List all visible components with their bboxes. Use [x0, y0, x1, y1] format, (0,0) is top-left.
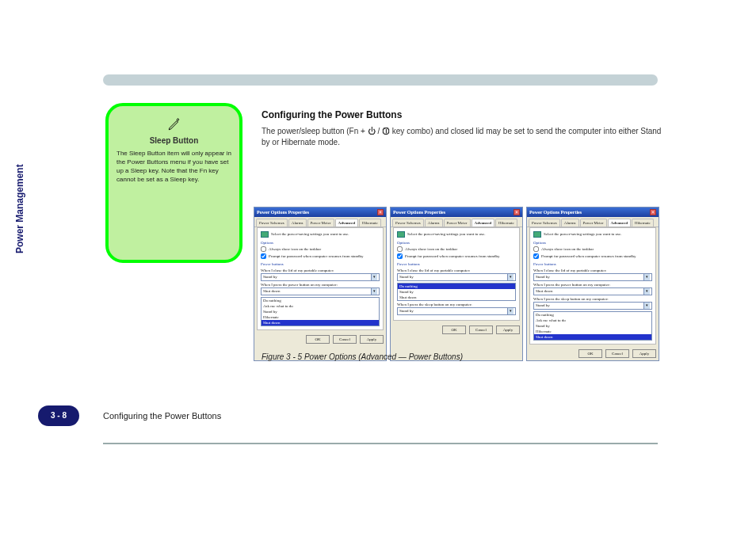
list-item[interactable]: Stand by	[534, 323, 651, 329]
apply-button[interactable]: Apply	[360, 335, 384, 344]
chk1-label: Always show icon on the taskbar	[405, 247, 457, 252]
tab-power-meter[interactable]: Power Meter	[307, 219, 334, 227]
tab-advanced[interactable]: Advanced	[608, 219, 631, 227]
callout-heading: Sleep Button	[116, 136, 231, 146]
dialog-title: Power Options Properties	[257, 210, 309, 215]
figure-caption: Figure 3 - 5 Power Options (Advanced — P…	[262, 352, 463, 362]
power-buttons-group: Power buttons	[261, 261, 380, 267]
always-show-icon-checkbox[interactable]	[533, 246, 539, 252]
tab-alarms[interactable]: Alarms	[425, 219, 443, 227]
list-item[interactable]: Hibernate	[262, 314, 379, 320]
ok-button[interactable]: OK	[306, 335, 330, 344]
cancel-button[interactable]: Cancel	[469, 326, 493, 334]
list-item[interactable]: Stand by	[398, 289, 515, 295]
list-item[interactable]: Shut down	[398, 295, 515, 300]
slp-select[interactable]: Stand by▾	[397, 307, 516, 315]
chevron-down-icon: ▾	[507, 308, 514, 314]
list-item[interactable]: Ask me what to do	[262, 303, 379, 309]
prompt-password-checkbox[interactable]	[533, 253, 539, 259]
dialog-desc: Select the power-saving settings you wan…	[271, 232, 349, 237]
power-options-dialog-1: Power Options Properties × Power Schemes…	[254, 207, 387, 361]
chk1-label: Always show icon on the taskbar	[269, 247, 321, 252]
tab-power-schemes[interactable]: Power Schemes	[392, 219, 424, 227]
tab-hibernate[interactable]: Hibernate	[359, 219, 381, 227]
battery-icon	[261, 231, 269, 238]
tab-alarms[interactable]: Alarms	[288, 219, 307, 227]
chk2-label: Prompt for password when computer resume…	[269, 254, 364, 259]
cancel-button[interactable]: Cancel	[605, 349, 629, 358]
pwr-dropdown-list[interactable]: Do nothing Ask me what to do Stand by Hi…	[261, 297, 380, 326]
tab-alarms[interactable]: Alarms	[561, 219, 579, 227]
power-buttons-group: Power buttons	[397, 261, 516, 267]
ok-button[interactable]: OK	[442, 326, 466, 334]
dialog-desc: Select the power-saving settings you wan…	[544, 232, 622, 237]
prompt-password-checkbox[interactable]	[397, 253, 403, 259]
chevron-down-icon: ▾	[643, 274, 650, 280]
tab-power-schemes[interactable]: Power Schemes	[529, 219, 560, 227]
list-item[interactable]: Stand by	[262, 309, 379, 314]
page-title: Configuring the Power Buttons	[262, 109, 666, 121]
callout-body: The Sleep Button item will only appear i…	[116, 149, 231, 184]
chk2-label: Prompt for password when computer resume…	[541, 254, 636, 259]
dialog-titlebar[interactable]: Power Options Properties ×	[391, 207, 522, 217]
tab-power-meter[interactable]: Power Meter	[444, 219, 471, 227]
slp-select[interactable]: Stand by▾	[533, 302, 652, 310]
lid-dropdown-list[interactable]: Do nothing Stand by Shut down	[397, 283, 516, 301]
dialog-row: Power Options Properties × Power Schemes…	[254, 207, 659, 361]
close-icon[interactable]: ×	[650, 209, 656, 215]
sleep-button-note: Sleep Button The Sleep Button item will …	[105, 103, 242, 263]
list-item[interactable]: Hibernate	[534, 329, 651, 334]
close-icon[interactable]: ×	[514, 209, 520, 215]
slp-dropdown-list[interactable]: Do nothing Ask me what to do Stand by Hi…	[533, 311, 652, 341]
pwr-select[interactable]: Shut down▾	[533, 287, 652, 295]
power-buttons-group: Power buttons	[533, 261, 652, 267]
cancel-button[interactable]: Cancel	[333, 335, 357, 344]
ok-button[interactable]: OK	[578, 349, 602, 358]
tab-power-meter[interactable]: Power Meter	[580, 219, 607, 227]
always-show-icon-checkbox[interactable]	[397, 246, 403, 252]
power-options-dialog-2: Power Options Properties × Power Schemes…	[390, 207, 523, 361]
chevron-down-icon: ▾	[507, 274, 514, 280]
tab-advanced[interactable]: Advanced	[472, 219, 494, 227]
always-show-icon-checkbox[interactable]	[261, 246, 266, 252]
tab-hibernate[interactable]: Hibernate	[495, 219, 517, 227]
lid-select[interactable]: Stand by▾	[261, 273, 380, 281]
tab-advanced[interactable]: Advanced	[335, 219, 358, 227]
prompt-password-checkbox[interactable]	[261, 253, 266, 259]
list-item[interactable]: Shut down	[262, 320, 379, 326]
chevron-down-icon: ▾	[643, 303, 650, 309]
list-item[interactable]: Do nothing	[534, 312, 651, 318]
pen-icon	[167, 117, 181, 131]
dialog-tabs: Power Schemes Alarms Power Meter Advance…	[391, 217, 522, 227]
lid-select[interactable]: Stand by▾	[533, 273, 652, 281]
list-item[interactable]: Do nothing	[262, 298, 379, 303]
chevron-down-icon: ▾	[371, 274, 377, 280]
chk2-label: Prompt for password when computer resume…	[405, 254, 500, 259]
battery-icon	[397, 231, 405, 238]
chapter-label: Configuring the Power Buttons	[103, 411, 221, 421]
options-group: Options	[397, 240, 516, 246]
tab-hibernate[interactable]: Hibernate	[632, 219, 654, 227]
main-copy: Configuring the Power Buttons The power/…	[262, 109, 666, 148]
footer-rule	[103, 443, 658, 444]
section-banner	[103, 74, 658, 86]
pwr-select[interactable]: Shut down▾	[261, 287, 380, 295]
apply-button[interactable]: Apply	[496, 326, 520, 334]
list-item[interactable]: Do nothing	[398, 284, 515, 289]
apply-button[interactable]: Apply	[632, 349, 656, 358]
page-badge: 3 - 8	[38, 405, 79, 426]
page-paragraph: The power/sleep button (Fn + ⏻ / ⏼ key c…	[262, 126, 666, 148]
list-item[interactable]: Shut down	[534, 334, 651, 340]
options-group: Options	[261, 240, 380, 246]
dialog-titlebar[interactable]: Power Options Properties ×	[527, 207, 659, 217]
dialog-titlebar[interactable]: Power Options Properties ×	[254, 207, 386, 217]
chevron-down-icon: ▾	[643, 288, 650, 295]
lid-select[interactable]: Stand by▾	[397, 273, 516, 281]
dialog-tabs: Power Schemes Alarms Power Meter Advance…	[254, 217, 386, 227]
dialog-title: Power Options Properties	[529, 210, 582, 215]
close-icon[interactable]: ×	[377, 209, 384, 215]
chk1-label: Always show icon on the taskbar	[541, 247, 594, 252]
dialog-desc: Select the power-saving settings you wan…	[407, 232, 486, 237]
tab-power-schemes[interactable]: Power Schemes	[256, 219, 288, 227]
list-item[interactable]: Ask me what to do	[534, 318, 651, 323]
